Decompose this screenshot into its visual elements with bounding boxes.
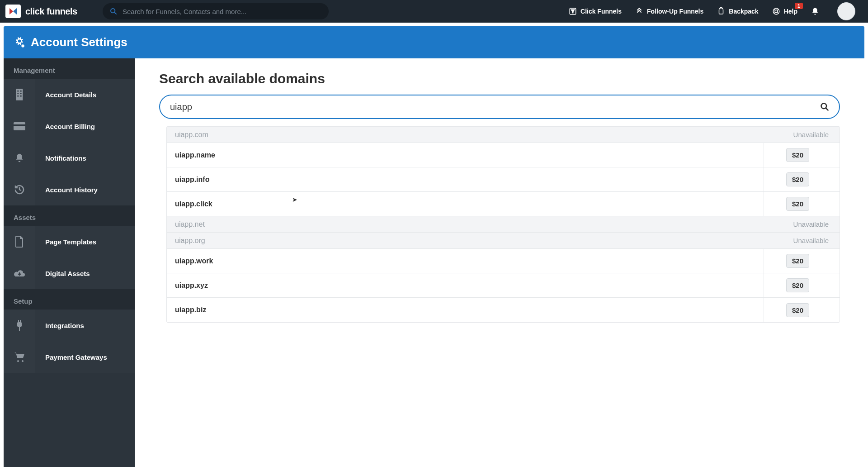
bell-icon: [4, 142, 35, 174]
domain-result-row: uiapp.info$20: [167, 167, 840, 192]
price-cell: $20: [764, 298, 831, 322]
notifications-bell-icon[interactable]: [811, 7, 819, 15]
sidebar-item-label: Digital Assets: [35, 257, 135, 289]
nav-followup[interactable]: Follow-Up Funnels: [635, 7, 703, 15]
buy-domain-button[interactable]: $20: [786, 278, 809, 292]
nav-label: Click Funnels: [580, 8, 622, 15]
search-icon[interactable]: [820, 102, 829, 111]
domain-result-row: uiapp.work$20: [167, 249, 840, 273]
nav-label: Backpack: [729, 8, 758, 15]
svg-rect-13: [20, 91, 22, 92]
search-icon: [110, 8, 117, 15]
funnel-icon: [569, 7, 577, 15]
sidebar-item-account-billing[interactable]: Account Billing: [4, 110, 135, 142]
page-header: Account Settings: [4, 26, 864, 58]
sidebar-item-notifications[interactable]: Notifications: [4, 142, 135, 174]
buy-domain-button[interactable]: $20: [786, 172, 809, 186]
buy-domain-button[interactable]: $20: [786, 303, 809, 317]
unavailable-label: Unavailable: [793, 237, 831, 244]
sidebar-section-assets: Assets: [4, 205, 135, 226]
history-icon: [4, 174, 35, 205]
svg-point-24: [17, 360, 19, 362]
file-icon: [4, 226, 35, 257]
main-heading: Search available domains: [159, 71, 840, 86]
svg-rect-20: [17, 322, 22, 327]
sidebar-item-account-details[interactable]: Account Details: [4, 79, 135, 110]
svg-line-6: [774, 9, 775, 10]
unavailable-label: Unavailable: [793, 131, 831, 138]
domain-search-input[interactable]: [170, 102, 820, 112]
sidebar-item-account-history[interactable]: Account History: [4, 174, 135, 205]
domain-name: uiapp.click: [175, 200, 212, 208]
domain-name: uiapp.org: [175, 237, 205, 245]
status-cell: Unavailable: [764, 127, 831, 143]
avatar[interactable]: [837, 2, 855, 20]
sidebar-item-label: Payment Gateways: [35, 341, 135, 373]
status-cell: Unavailable: [764, 216, 831, 232]
domain-name: uiapp.biz: [175, 306, 206, 314]
domain-results: uiapp.comUnavailableuiapp.name$20uiapp.i…: [166, 126, 840, 323]
domain-search[interactable]: [159, 95, 840, 119]
gears-icon: [14, 37, 25, 48]
sidebar-item-digital-assets[interactable]: Digital Assets: [4, 257, 135, 289]
plug-icon: [4, 310, 35, 341]
main-content: Search available domains uiapp.comUnavai…: [135, 58, 864, 467]
buy-domain-button[interactable]: $20: [786, 254, 809, 268]
sidebar-item-label: Account Billing: [35, 110, 135, 142]
brand-text: click funnels: [25, 6, 77, 17]
global-search-input[interactable]: [123, 8, 321, 15]
svg-line-2: [114, 12, 117, 14]
price-cell: $20: [764, 143, 831, 167]
logo-mark-icon: [5, 5, 21, 18]
domain-name: uiapp.net: [175, 220, 205, 229]
domain-name: uiapp.com: [175, 131, 208, 139]
svg-rect-12: [17, 91, 19, 92]
nav-backpack[interactable]: Backpack: [717, 7, 758, 15]
price-cell: $20: [764, 167, 831, 191]
svg-rect-15: [20, 93, 22, 94]
sidebar-item-payment-gateways[interactable]: Payment Gateways: [4, 341, 135, 373]
backpack-icon: [717, 7, 725, 15]
credit-card-icon: [4, 110, 35, 142]
buy-domain-button[interactable]: $20: [786, 148, 809, 162]
buy-domain-button[interactable]: $20: [786, 197, 809, 211]
cloud-download-icon: [4, 257, 35, 289]
sidebar-item-page-templates[interactable]: Page Templates: [4, 226, 135, 257]
svg-point-25: [22, 360, 24, 362]
sidebar: Management Account Details Account Billi…: [4, 58, 135, 467]
sidebar-item-integrations[interactable]: Integrations: [4, 310, 135, 341]
svg-line-7: [777, 12, 778, 14]
logo[interactable]: click funnels: [5, 5, 103, 18]
sidebar-section-setup: Setup: [4, 289, 135, 310]
sidebar-item-label: Account History: [35, 174, 135, 205]
svg-point-26: [821, 104, 827, 109]
global-search[interactable]: [103, 3, 329, 19]
svg-rect-11: [16, 89, 23, 100]
svg-rect-19: [14, 124, 25, 126]
topnav-links: Click Funnels Follow-Up Funnels Backpack…: [569, 2, 863, 20]
sidebar-item-label: Integrations: [35, 310, 135, 341]
domain-result-row: uiapp.click$20: [167, 192, 840, 216]
domain-name: uiapp.work: [175, 257, 213, 265]
nav-help[interactable]: Help 1: [772, 7, 797, 15]
help-icon: [772, 7, 780, 15]
sidebar-item-label: Page Templates: [35, 226, 135, 257]
unavailable-label: Unavailable: [793, 220, 831, 228]
svg-line-9: [774, 12, 775, 14]
domain-name: uiapp.info: [175, 176, 209, 184]
price-cell: $20: [764, 192, 831, 216]
nav-clickfunnels[interactable]: Click Funnels: [569, 7, 622, 15]
nav-label: Follow-Up Funnels: [647, 8, 703, 15]
domain-result-row: uiapp.comUnavailable: [167, 127, 840, 143]
domain-result-row: uiapp.biz$20: [167, 298, 840, 322]
chevrons-up-icon: [635, 7, 643, 15]
domain-name: uiapp.name: [175, 151, 215, 159]
domain-result-row: uiapp.name$20: [167, 143, 840, 167]
svg-line-27: [826, 108, 829, 111]
svg-line-8: [777, 9, 778, 10]
domain-name: uiapp.xyz: [175, 281, 208, 290]
svg-rect-16: [17, 95, 19, 97]
status-cell: Unavailable: [764, 233, 831, 248]
sidebar-item-label: Notifications: [35, 142, 135, 174]
topnav: click funnels Click Funnels Follow-Up Fu…: [0, 0, 868, 23]
